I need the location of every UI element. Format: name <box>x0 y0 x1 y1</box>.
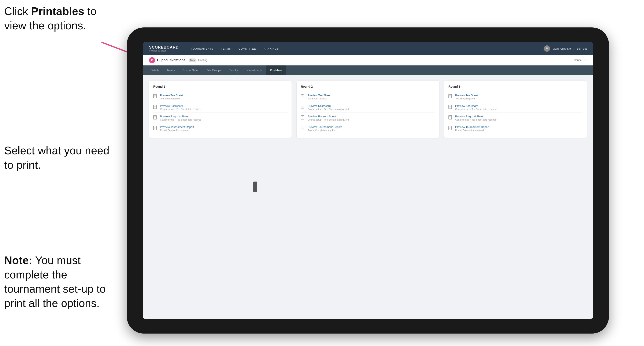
round-2-title: Round 2 <box>301 85 435 88</box>
round-3-raguzzi-subtitle: Course setup + Tee Sheet data required <box>455 118 496 121</box>
rounds-container: Round 1 Preview Tee Sheet <box>149 81 587 138</box>
round-2-tee-sheet[interactable]: Preview Tee Sheet Tee Sheet required <box>301 92 435 102</box>
round-2-section: Round 2 Preview Tee Sheet <box>297 81 439 138</box>
round-1-scorecard-title: Preview Scorecard <box>160 104 201 107</box>
round-3-tee-sheet-subtitle: Tee Sheet required <box>455 97 478 100</box>
scoreboard-sub: Powered by clippd <box>149 50 179 52</box>
round-2-scorecard-icon <box>301 105 305 110</box>
tab-leaderboards[interactable]: Leaderboards <box>242 65 266 75</box>
round-2-scorecard-title: Preview Scorecard <box>308 104 349 107</box>
nav-tournaments[interactable]: TOURNAMENTS <box>187 42 217 55</box>
round-3-raguzzi[interactable]: Preview Raguzzi Sheet Course setup + Tee… <box>448 113 582 123</box>
main-content: Round 1 Preview Tee Sheet <box>143 75 593 319</box>
raguzzi-icon <box>153 115 158 120</box>
round-3-scorecard-content: Preview Scorecard Course setup + Tee She… <box>455 104 496 110</box>
round-1-tournament-report-content: Preview Tournament Report Round Completi… <box>160 125 194 132</box>
tab-course-setup[interactable]: Course Setup <box>179 65 203 75</box>
round-3-tee-sheet[interactable]: Preview Tee Sheet Tee Sheet required <box>448 92 582 102</box>
round-3-tournament-report-icon <box>448 126 453 131</box>
sub-header: C Clippd Invitational Men Hosting Cancel… <box>143 55 593 65</box>
round-1-tee-sheet-title: Preview Tee Sheet <box>160 94 183 97</box>
nav-committee[interactable]: COMMITTEE <box>235 42 260 55</box>
round-1-raguzzi-content: Preview Raguzzi Sheet Course setup + Tee… <box>160 115 201 121</box>
round-2-scorecard-content: Preview Scorecard Course setup + Tee She… <box>308 104 349 110</box>
tablet-side-button <box>253 181 257 192</box>
cancel-button[interactable]: Cancel ✕ <box>574 58 587 62</box>
annotation-top: Click Printables to view the options. <box>4 4 106 33</box>
scoreboard-brand: SCOREBOARD Powered by clippd <box>149 45 179 52</box>
nav-separator: | <box>574 47 574 50</box>
tournament-badge: Men <box>188 58 196 62</box>
svg-rect-16 <box>154 126 156 130</box>
nav-teams[interactable]: TEAMS <box>217 42 235 55</box>
svg-rect-44 <box>449 116 452 119</box>
tab-results[interactable]: Results <box>225 65 242 75</box>
round-1-raguzzi-subtitle: Course setup + Tee Sheet data required <box>160 118 201 121</box>
round-1-scorecard[interactable]: Preview Scorecard Course setup + Tee She… <box>153 102 287 113</box>
round-2-tournament-report-subtitle: Round Completion required <box>308 129 342 132</box>
round-2-raguzzi-content: Preview Raguzzi Sheet Course setup + Tee… <box>308 115 349 121</box>
tab-bar: Details Teams Course Setup Tee Groups Re… <box>143 65 593 75</box>
round-2-tournament-report-title: Preview Tournament Report <box>308 125 342 129</box>
round-1-tournament-report-subtitle: Round Completion required <box>160 129 194 132</box>
round-3-tournament-report-title: Preview Tournament Report <box>455 125 489 129</box>
svg-rect-48 <box>449 126 452 130</box>
round-2-tournament-report-content: Preview Tournament Report Round Completi… <box>308 125 342 132</box>
round-3-raguzzi-icon <box>448 115 453 120</box>
annotation-middle: Select what you need to print. <box>4 144 110 172</box>
tablet-screen: SCOREBOARD Powered by clippd TOURNAMENTS… <box>143 42 593 319</box>
round-1-tee-sheet[interactable]: Preview Tee Sheet Tee Sheet required <box>153 92 287 102</box>
annotation-top-text: Click Printables to view the options. <box>4 5 96 32</box>
round-3-raguzzi-title: Preview Raguzzi Sheet <box>455 115 496 118</box>
round-1-section: Round 1 Preview Tee Sheet <box>149 81 292 138</box>
round-1-tournament-report-title: Preview Tournament Report <box>160 125 194 129</box>
round-2-tournament-report[interactable]: Preview Tournament Report Round Completi… <box>301 123 435 134</box>
svg-rect-24 <box>301 105 304 109</box>
svg-rect-36 <box>449 94 452 98</box>
round-3-scorecard[interactable]: Preview Scorecard Course setup + Tee She… <box>448 102 582 113</box>
user-avatar: B <box>544 45 550 52</box>
tee-sheet-icon <box>153 94 158 99</box>
sign-out-link[interactable]: Sign out <box>576 47 587 50</box>
round-3-tournament-report-content: Preview Tournament Report Round Completi… <box>455 125 489 132</box>
svg-rect-12 <box>154 116 156 119</box>
round-1-scorecard-subtitle: Course setup + Tee Sheet data required <box>160 108 201 110</box>
round-3-section: Round 3 Preview Tee Sheet <box>444 81 587 138</box>
tab-printables[interactable]: Printables <box>266 65 286 75</box>
tournament-status: Hosting <box>198 58 208 62</box>
round-2-tee-sheet-icon <box>301 94 305 99</box>
tab-tee-groups[interactable]: Tee Groups <box>203 65 225 75</box>
round-2-raguzzi-icon <box>301 115 305 120</box>
top-nav: SCOREBOARD Powered by clippd TOURNAMENTS… <box>143 42 593 55</box>
tournament-logo: C <box>149 57 155 63</box>
svg-rect-32 <box>301 126 304 130</box>
svg-rect-40 <box>449 105 452 109</box>
round-1-title: Round 1 <box>153 85 287 88</box>
round-3-tournament-report-subtitle: Round Completion required <box>455 129 489 132</box>
tournament-name: Clippd Invitational <box>157 58 186 62</box>
round-1-scorecard-content: Preview Scorecard Course setup + Tee She… <box>160 104 201 110</box>
top-nav-right: B blair@clippd.io | Sign out <box>544 45 587 52</box>
round-1-tournament-report[interactable]: Preview Tournament Report Round Completi… <box>153 123 287 134</box>
round-2-tee-sheet-subtitle: Tee Sheet required <box>308 97 330 100</box>
round-3-raguzzi-content: Preview Raguzzi Sheet Course setup + Tee… <box>455 115 496 121</box>
round-1-raguzzi-title: Preview Raguzzi Sheet <box>160 115 201 118</box>
round-3-tee-sheet-content: Preview Tee Sheet Tee Sheet required <box>455 94 478 100</box>
round-2-scorecard-subtitle: Course setup + Tee Sheet data required <box>308 108 349 110</box>
round-3-scorecard-title: Preview Scorecard <box>455 104 496 107</box>
svg-rect-4 <box>154 94 156 98</box>
svg-rect-8 <box>154 105 156 109</box>
round-3-scorecard-icon <box>448 105 453 110</box>
svg-rect-28 <box>301 116 304 119</box>
round-3-title: Round 3 <box>448 85 582 88</box>
round-1-raguzzi[interactable]: Preview Raguzzi Sheet Course setup + Tee… <box>153 113 287 123</box>
round-2-scorecard[interactable]: Preview Scorecard Course setup + Tee She… <box>301 102 435 113</box>
nav-rankings[interactable]: RANKINGS <box>260 42 282 55</box>
annotation-middle-text: Select what you need to print. <box>4 144 109 171</box>
tab-details[interactable]: Details <box>147 65 163 75</box>
round-3-tee-sheet-icon <box>448 94 453 99</box>
round-2-tournament-report-icon <box>301 126 305 131</box>
round-2-raguzzi[interactable]: Preview Raguzzi Sheet Course setup + Tee… <box>301 113 435 123</box>
tab-teams[interactable]: Teams <box>163 65 179 75</box>
round-3-tournament-report[interactable]: Preview Tournament Report Round Completi… <box>448 123 582 134</box>
